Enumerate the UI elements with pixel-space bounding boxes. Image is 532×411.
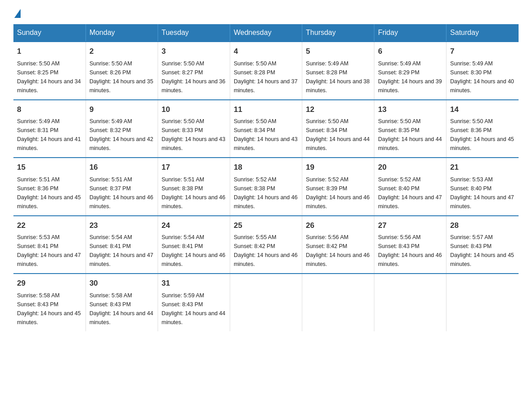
calendar-cell-week1-day5: 6 Sunrise: 5:49 AMSunset: 8:29 PMDayligh… <box>374 42 446 100</box>
day-info: Sunrise: 5:49 AMSunset: 8:30 PMDaylight:… <box>450 60 514 94</box>
calendar-cell-week5-day5 <box>374 274 446 331</box>
calendar-cell-week2-day2: 10 Sunrise: 5:50 AMSunset: 8:33 PMDaylig… <box>158 100 230 158</box>
calendar-cell-week2-day0: 8 Sunrise: 5:49 AMSunset: 8:31 PMDayligh… <box>13 100 86 158</box>
day-info: Sunrise: 5:50 AMSunset: 8:35 PMDaylight:… <box>378 118 442 151</box>
weekday-header-thursday: Thursday <box>302 24 374 42</box>
calendar-cell-week3-day2: 17 Sunrise: 5:51 AMSunset: 8:38 PMDaylig… <box>158 158 230 216</box>
calendar-cell-week4-day2: 24 Sunrise: 5:54 AMSunset: 8:41 PMDaylig… <box>158 216 230 274</box>
day-number: 18 <box>234 162 298 173</box>
day-info: Sunrise: 5:49 AMSunset: 8:29 PMDaylight:… <box>378 60 442 94</box>
weekday-header-row: SundayMondayTuesdayWednesdayThursdayFrid… <box>13 24 519 42</box>
weekday-header-tuesday: Tuesday <box>158 24 230 42</box>
day-number: 17 <box>162 162 226 173</box>
day-number: 29 <box>17 278 82 289</box>
day-info: Sunrise: 5:53 AMSunset: 8:40 PMDaylight:… <box>450 176 514 210</box>
calendar-cell-week1-day3: 4 Sunrise: 5:50 AMSunset: 8:28 PMDayligh… <box>230 42 302 100</box>
day-info: Sunrise: 5:56 AMSunset: 8:42 PMDaylight:… <box>306 234 369 267</box>
weekday-header-wednesday: Wednesday <box>230 24 302 42</box>
calendar-cell-week5-day2: 31 Sunrise: 5:59 AMSunset: 8:43 PMDaylig… <box>158 274 230 331</box>
day-number: 22 <box>17 220 82 231</box>
day-number: 27 <box>378 220 442 231</box>
calendar-week-2: 8 Sunrise: 5:49 AMSunset: 8:31 PMDayligh… <box>13 100 519 158</box>
day-info: Sunrise: 5:50 AMSunset: 8:34 PMDaylight:… <box>306 118 369 151</box>
calendar-cell-week1-day1: 2 Sunrise: 5:50 AMSunset: 8:26 PMDayligh… <box>86 42 158 100</box>
calendar-cell-week1-day0: 1 Sunrise: 5:50 AMSunset: 8:25 PMDayligh… <box>13 42 86 100</box>
calendar-week-4: 22 Sunrise: 5:53 AMSunset: 8:41 PMDaylig… <box>13 216 519 274</box>
weekday-header-saturday: Saturday <box>446 24 519 42</box>
weekday-header-monday: Monday <box>86 24 158 42</box>
day-number: 10 <box>162 104 226 116</box>
calendar-cell-week1-day2: 3 Sunrise: 5:50 AMSunset: 8:27 PMDayligh… <box>158 42 230 100</box>
day-number: 5 <box>306 46 370 57</box>
calendar-cell-week5-day3 <box>230 274 302 331</box>
calendar-cell-week3-day3: 18 Sunrise: 5:52 AMSunset: 8:38 PMDaylig… <box>230 158 302 216</box>
calendar-cell-week3-day4: 19 Sunrise: 5:52 AMSunset: 8:39 PMDaylig… <box>302 158 374 216</box>
day-info: Sunrise: 5:52 AMSunset: 8:40 PMDaylight:… <box>378 176 442 210</box>
day-number: 3 <box>162 46 226 57</box>
calendar-cell-week4-day5: 27 Sunrise: 5:56 AMSunset: 8:43 PMDaylig… <box>374 216 446 274</box>
day-info: Sunrise: 5:51 AMSunset: 8:38 PMDaylight:… <box>162 176 225 210</box>
calendar-cell-week4-day6: 28 Sunrise: 5:57 AMSunset: 8:43 PMDaylig… <box>446 216 519 274</box>
day-info: Sunrise: 5:58 AMSunset: 8:43 PMDaylight:… <box>17 292 81 325</box>
calendar-cell-week3-day1: 16 Sunrise: 5:51 AMSunset: 8:37 PMDaylig… <box>86 158 158 216</box>
day-info: Sunrise: 5:59 AMSunset: 8:43 PMDaylight:… <box>162 292 225 325</box>
day-info: Sunrise: 5:58 AMSunset: 8:43 PMDaylight:… <box>90 292 153 325</box>
day-number: 13 <box>378 104 442 116</box>
day-info: Sunrise: 5:50 AMSunset: 8:27 PMDaylight:… <box>162 60 225 94</box>
calendar-cell-week4-day3: 25 Sunrise: 5:55 AMSunset: 8:42 PMDaylig… <box>230 216 302 274</box>
calendar-cell-week2-day5: 13 Sunrise: 5:50 AMSunset: 8:35 PMDaylig… <box>374 100 446 158</box>
weekday-header-sunday: Sunday <box>13 24 86 42</box>
day-number: 30 <box>90 278 154 289</box>
calendar-table: SundayMondayTuesdayWednesdayThursdayFrid… <box>13 24 519 331</box>
day-info: Sunrise: 5:53 AMSunset: 8:41 PMDaylight:… <box>17 234 81 267</box>
day-number: 2 <box>90 46 154 57</box>
calendar-cell-week3-day5: 20 Sunrise: 5:52 AMSunset: 8:40 PMDaylig… <box>374 158 446 216</box>
day-info: Sunrise: 5:52 AMSunset: 8:38 PMDaylight:… <box>234 176 297 210</box>
page-header <box>13 9 519 17</box>
day-info: Sunrise: 5:56 AMSunset: 8:43 PMDaylight:… <box>378 234 442 267</box>
day-info: Sunrise: 5:51 AMSunset: 8:36 PMDaylight:… <box>17 176 81 210</box>
calendar-cell-week5-day0: 29 Sunrise: 5:58 AMSunset: 8:43 PMDaylig… <box>13 274 86 331</box>
day-info: Sunrise: 5:50 AMSunset: 8:26 PMDaylight:… <box>90 60 153 94</box>
logo <box>13 9 21 17</box>
day-info: Sunrise: 5:57 AMSunset: 8:43 PMDaylight:… <box>450 234 514 267</box>
day-number: 15 <box>17 162 82 173</box>
day-number: 24 <box>162 220 226 231</box>
calendar-cell-week4-day0: 22 Sunrise: 5:53 AMSunset: 8:41 PMDaylig… <box>13 216 86 274</box>
day-info: Sunrise: 5:54 AMSunset: 8:41 PMDaylight:… <box>162 234 225 267</box>
calendar-week-3: 15 Sunrise: 5:51 AMSunset: 8:36 PMDaylig… <box>13 158 519 216</box>
day-number: 6 <box>378 46 442 57</box>
day-info: Sunrise: 5:50 AMSunset: 8:28 PMDaylight:… <box>234 60 297 94</box>
calendar-cell-week5-day6 <box>446 274 519 331</box>
day-number: 26 <box>306 220 370 231</box>
day-number: 16 <box>90 162 154 173</box>
calendar-cell-week3-day0: 15 Sunrise: 5:51 AMSunset: 8:36 PMDaylig… <box>13 158 86 216</box>
day-number: 14 <box>450 104 515 116</box>
day-number: 19 <box>306 162 370 173</box>
day-info: Sunrise: 5:49 AMSunset: 8:32 PMDaylight:… <box>90 118 153 151</box>
day-number: 12 <box>306 104 370 116</box>
day-number: 21 <box>450 162 515 173</box>
calendar-header: SundayMondayTuesdayWednesdayThursdayFrid… <box>13 24 519 42</box>
day-info: Sunrise: 5:52 AMSunset: 8:39 PMDaylight:… <box>306 176 369 210</box>
day-info: Sunrise: 5:55 AMSunset: 8:42 PMDaylight:… <box>234 234 297 267</box>
calendar-cell-week2-day3: 11 Sunrise: 5:50 AMSunset: 8:34 PMDaylig… <box>230 100 302 158</box>
day-number: 8 <box>17 104 82 116</box>
day-info: Sunrise: 5:50 AMSunset: 8:33 PMDaylight:… <box>162 118 225 151</box>
day-number: 4 <box>234 46 298 57</box>
day-info: Sunrise: 5:51 AMSunset: 8:37 PMDaylight:… <box>90 176 153 210</box>
calendar-week-5: 29 Sunrise: 5:58 AMSunset: 8:43 PMDaylig… <box>13 274 519 331</box>
calendar-cell-week2-day6: 14 Sunrise: 5:50 AMSunset: 8:36 PMDaylig… <box>446 100 519 158</box>
day-number: 31 <box>162 278 226 289</box>
calendar-cell-week5-day4 <box>302 274 374 331</box>
calendar-cell-week4-day4: 26 Sunrise: 5:56 AMSunset: 8:42 PMDaylig… <box>302 216 374 274</box>
logo-triangle-icon <box>14 9 21 18</box>
day-info: Sunrise: 5:50 AMSunset: 8:36 PMDaylight:… <box>450 118 514 151</box>
day-number: 11 <box>234 104 298 116</box>
calendar-cell-week5-day1: 30 Sunrise: 5:58 AMSunset: 8:43 PMDaylig… <box>86 274 158 331</box>
calendar-cell-week4-day1: 23 Sunrise: 5:54 AMSunset: 8:41 PMDaylig… <box>86 216 158 274</box>
day-info: Sunrise: 5:50 AMSunset: 8:34 PMDaylight:… <box>234 118 297 151</box>
day-number: 23 <box>90 220 154 231</box>
calendar-week-1: 1 Sunrise: 5:50 AMSunset: 8:25 PMDayligh… <box>13 42 519 100</box>
calendar-cell-week1-day4: 5 Sunrise: 5:49 AMSunset: 8:28 PMDayligh… <box>302 42 374 100</box>
